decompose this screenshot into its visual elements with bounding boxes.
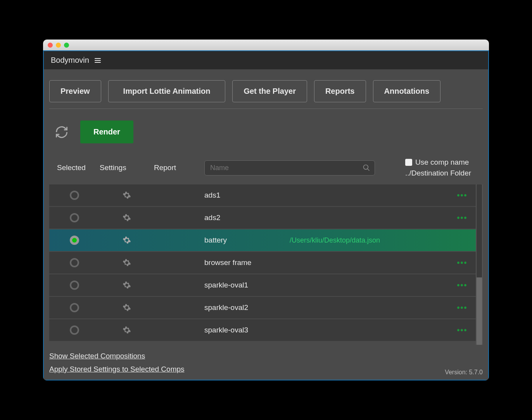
search-wrap	[204, 160, 375, 176]
svg-point-0	[364, 165, 368, 170]
select-radio[interactable]	[70, 281, 79, 290]
scrollbar[interactable]	[476, 184, 483, 345]
search-input[interactable]	[204, 160, 375, 176]
render-row: Render	[44, 109, 488, 155]
app-window: Bodymovin Preview Import Lottie Animatio…	[43, 40, 489, 380]
app-title: Bodymovin	[51, 56, 89, 65]
select-radio[interactable]	[70, 213, 79, 222]
composition-name: ads1	[204, 191, 290, 200]
select-radio[interactable]	[70, 303, 79, 312]
row-settings-button[interactable]	[100, 213, 154, 222]
version-label: Version: 5.7.0	[445, 369, 483, 376]
row-settings-button[interactable]	[100, 258, 154, 267]
minimize-window-button[interactable]	[56, 43, 61, 48]
composition-name: battery	[204, 236, 290, 244]
columns-header: Selected Settings Report Use comp name .…	[44, 155, 488, 184]
column-selected: Selected	[49, 164, 100, 172]
more-options-button[interactable]: •••	[449, 191, 476, 200]
reports-button[interactable]: Reports	[314, 80, 366, 102]
import-lottie-button[interactable]: Import Lottie Animation	[108, 80, 226, 102]
composition-name: sparkle-oval2	[204, 303, 290, 312]
table-row[interactable]: battery /Users/kliu/Desktop/data.json	[49, 229, 476, 251]
more-options-button[interactable]: •••	[449, 303, 476, 312]
more-icon: •••	[457, 303, 467, 312]
more-options-button[interactable]: •••	[449, 326, 476, 335]
destination-folder-label: ../Destination Folder	[405, 169, 483, 177]
use-comp-name-label: Use comp name	[415, 158, 469, 167]
row-settings-button[interactable]	[100, 281, 154, 289]
gear-icon	[123, 258, 131, 267]
close-window-button[interactable]	[48, 43, 53, 48]
row-settings-button[interactable]	[100, 303, 154, 312]
table-row[interactable]: ads1 •••	[49, 184, 476, 206]
more-icon: •••	[457, 281, 467, 290]
table-row[interactable]: sparkle-oval3 •••	[49, 319, 476, 341]
more-icon: •••	[457, 191, 467, 200]
table-row[interactable]: sparkle-oval2 •••	[49, 297, 476, 318]
table-row[interactable]: sparkle-oval1 •••	[49, 274, 476, 296]
table-row[interactable]: ads2 •••	[49, 207, 476, 229]
gear-icon	[123, 213, 131, 222]
nav-button-row: Preview Import Lottie Animation Get the …	[44, 69, 488, 108]
app-content: Bodymovin Preview Import Lottie Animatio…	[43, 50, 489, 380]
composition-path: /Users/kliu/Desktop/data.json	[290, 236, 449, 244]
svg-line-1	[368, 169, 370, 171]
more-options-button[interactable]: •••	[449, 281, 476, 290]
table-body: ads1 ••• ads2 ••• battery /Users/kliu/De…	[49, 184, 476, 345]
composition-name: browser frame	[204, 258, 290, 267]
destination-column: Use comp name ../Destination Folder	[405, 158, 483, 177]
apply-settings-link[interactable]: Apply Stored Settings to Selected Comps	[49, 363, 185, 376]
menu-icon[interactable]	[95, 58, 101, 63]
composition-table: ads1 ••• ads2 ••• battery /Users/kliu/De…	[49, 184, 483, 345]
table-row[interactable]: browser frame •••	[49, 252, 476, 274]
scrollbar-thumb[interactable]	[477, 184, 482, 277]
footer: Show Selected Compositions Apply Stored …	[44, 345, 488, 380]
app-header: Bodymovin	[44, 51, 488, 69]
select-radio[interactable]	[70, 236, 79, 245]
gear-icon	[123, 236, 131, 244]
column-report: Report	[154, 164, 204, 172]
use-comp-name-checkbox[interactable]: Use comp name	[405, 158, 483, 167]
get-player-button[interactable]: Get the Player	[232, 80, 307, 102]
composition-name: sparkle-oval3	[204, 326, 290, 334]
gear-icon	[123, 303, 131, 312]
select-radio[interactable]	[70, 325, 79, 335]
footer-links: Show Selected Compositions Apply Stored …	[49, 349, 185, 376]
column-settings: Settings	[100, 164, 154, 172]
row-settings-button[interactable]	[100, 236, 154, 244]
scrollbar-track-lower	[477, 277, 482, 345]
search-icon	[363, 164, 370, 172]
more-icon: •••	[457, 213, 467, 222]
composition-name: ads2	[204, 213, 290, 222]
annotations-button[interactable]: Annotations	[373, 80, 441, 102]
gear-icon	[123, 191, 131, 200]
composition-name: sparkle-oval1	[204, 281, 290, 289]
gear-icon	[123, 281, 131, 289]
maximize-window-button[interactable]	[64, 43, 69, 48]
gear-icon	[123, 326, 131, 334]
more-options-button[interactable]: •••	[449, 213, 476, 222]
more-icon: •••	[457, 258, 467, 267]
more-icon: •••	[457, 326, 467, 335]
select-radio[interactable]	[70, 258, 79, 267]
row-settings-button[interactable]	[100, 326, 154, 334]
preview-button[interactable]: Preview	[49, 80, 101, 102]
render-button[interactable]: Render	[80, 120, 133, 143]
more-options-button[interactable]: •••	[449, 258, 476, 267]
titlebar	[43, 40, 489, 50]
show-selected-link[interactable]: Show Selected Compositions	[49, 349, 185, 363]
select-radio[interactable]	[70, 191, 79, 200]
checkbox-icon	[405, 159, 412, 166]
refresh-icon[interactable]	[55, 125, 69, 139]
row-settings-button[interactable]	[100, 191, 154, 200]
